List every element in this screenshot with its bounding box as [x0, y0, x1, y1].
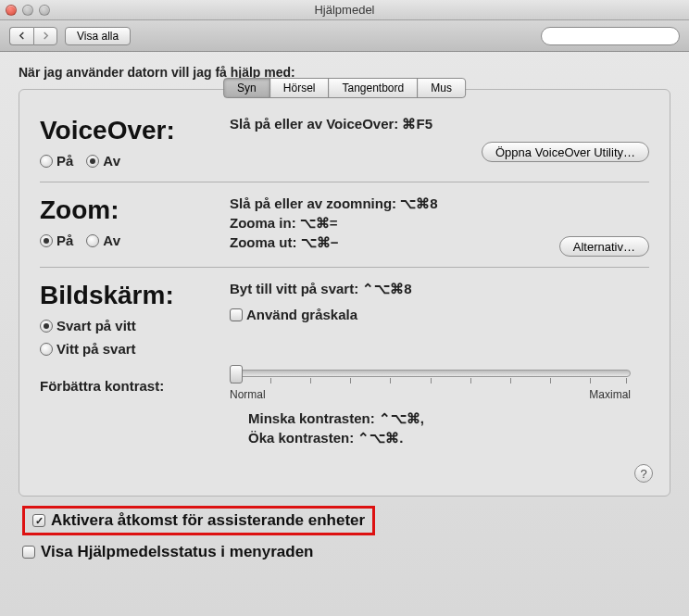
enable-assistive-access-checkbox[interactable]: ✓ Aktivera åtkomst för assisterande enhe…	[32, 511, 365, 530]
nav-forward-button[interactable]	[33, 27, 57, 45]
grayscale-checkbox[interactable]: Använd gråskala	[230, 307, 649, 322]
checkbox-icon: ✓	[32, 514, 45, 527]
tab-tangentbord[interactable]: Tangentbord	[328, 78, 418, 98]
zoom-options-button[interactable]: Alternativ…	[559, 236, 649, 257]
help-button[interactable]: ?	[634, 464, 653, 483]
radio-icon	[40, 234, 53, 247]
section-zoom: Zoom: På Av Slå på eller av zoomning: ⌥⌘	[40, 182, 649, 267]
radio-icon	[40, 320, 53, 333]
zoom-on-label: På	[56, 233, 73, 248]
enable-assistive-access-label: Aktivera åtkomst för assisterande enhete…	[51, 511, 365, 530]
section-voiceover: VoiceOver: På Av Slå på eller av VoiceOv	[40, 103, 649, 182]
section-display: Bildskärm: Svart på vitt Vitt på svart	[40, 267, 649, 479]
show-all-button[interactable]: Visa alla	[65, 27, 131, 45]
voiceover-title: VoiceOver:	[40, 116, 230, 145]
voiceover-off-radio[interactable]: Av	[86, 153, 120, 169]
chevron-left-icon	[18, 31, 26, 40]
voiceover-shortcut: Slå på eller av VoiceOver: ⌘F5	[230, 116, 649, 132]
slider-min-label: Normal	[230, 388, 266, 401]
zoom-off-radio[interactable]: Av	[86, 233, 120, 248]
zoom-title: Zoom:	[40, 195, 230, 225]
white-on-black-radio[interactable]: Vitt på svart	[40, 341, 230, 357]
main-panel: Syn Hörsel Tangentbord Mus VoiceOver: På	[19, 89, 670, 497]
highlight-enable-access: ✓ Aktivera åtkomst för assisterande enhe…	[22, 506, 375, 535]
voiceover-on-label: På	[56, 153, 73, 169]
invert-shortcut: Byt till vitt på svart: ⌃⌥⌘8	[230, 281, 649, 297]
nav-back-button[interactable]	[9, 27, 33, 45]
chevron-right-icon	[42, 31, 50, 40]
open-voiceover-utility-button[interactable]: Öppna VoiceOver Utility…	[482, 142, 649, 162]
window-close-button[interactable]	[6, 5, 17, 16]
grayscale-label: Använd gråskala	[246, 307, 357, 322]
zoom-off-label: Av	[103, 233, 120, 248]
black-on-white-radio[interactable]: Svart på vitt	[40, 318, 230, 333]
black-on-white-label: Svart på vitt	[56, 318, 136, 333]
toolbar: Visa alla	[0, 20, 689, 52]
contrast-label: Förbättra kontrast:	[40, 378, 230, 394]
show-menu-status-label: Visa Hjälpmedelsstatus i menyraden	[41, 543, 313, 561]
search-field[interactable]	[541, 27, 680, 45]
voiceover-on-radio[interactable]: På	[40, 153, 73, 169]
tab-row: Syn Hörsel Tangentbord Mus	[223, 78, 466, 98]
window-minimize-button[interactable]	[22, 5, 33, 16]
zoom-on-radio[interactable]: På	[40, 233, 73, 248]
checkbox-icon	[22, 546, 35, 559]
slider-thumb[interactable]	[230, 365, 243, 383]
radio-icon	[86, 234, 99, 247]
zoom-toggle-shortcut: Slå på eller av zoomning: ⌥⌘8	[230, 195, 649, 212]
radio-icon	[40, 155, 53, 168]
tab-horsel[interactable]: Hörsel	[269, 78, 330, 98]
radio-icon	[86, 155, 99, 168]
window-titlebar: Hjälpmedel	[0, 0, 689, 20]
search-input[interactable]	[551, 30, 689, 43]
radio-icon	[40, 343, 53, 356]
window-title: Hjälpmedel	[0, 3, 689, 17]
window-zoom-button[interactable]	[39, 5, 50, 16]
show-menu-status-checkbox[interactable]: Visa Hjälpmedelsstatus i menyraden	[22, 543, 667, 561]
tab-mus[interactable]: Mus	[417, 78, 466, 98]
display-title: Bildskärm:	[40, 281, 230, 310]
zoom-in-shortcut: Zooma in: ⌥⌘=	[230, 215, 649, 232]
slider-max-label: Maximal	[589, 388, 631, 401]
increase-contrast-shortcut: Öka kontrasten: ⌃⌥⌘.	[248, 430, 649, 446]
checkbox-icon	[230, 308, 243, 321]
contrast-slider[interactable]	[230, 370, 631, 377]
reduce-contrast-shortcut: Minska kontrasten: ⌃⌥⌘,	[248, 410, 649, 427]
tab-syn[interactable]: Syn	[223, 78, 270, 98]
white-on-black-label: Vitt på svart	[56, 341, 136, 357]
voiceover-off-label: Av	[103, 153, 120, 169]
